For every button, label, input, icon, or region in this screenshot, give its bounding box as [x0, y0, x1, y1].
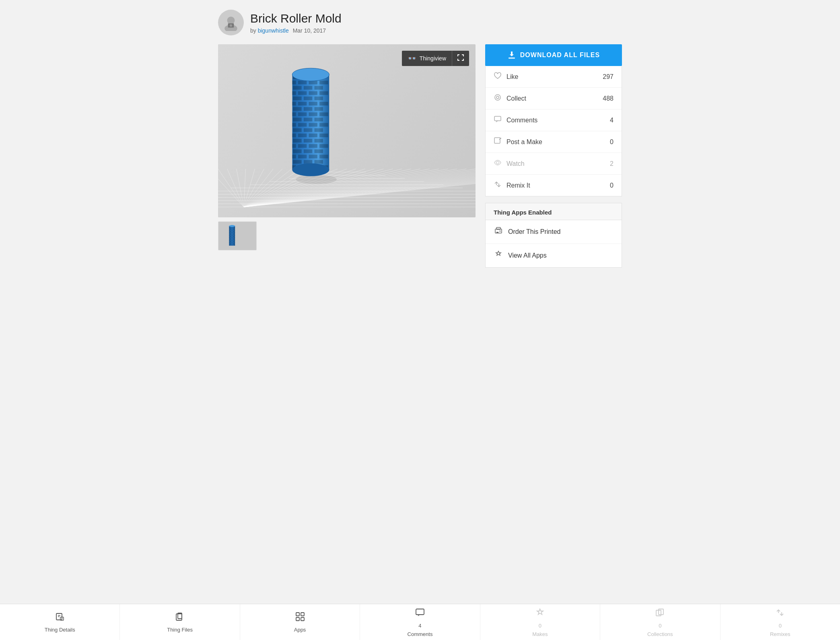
collect-label: Collect [506, 95, 601, 102]
comments-icon [494, 115, 506, 125]
svg-rect-21 [301, 617, 304, 621]
main-image-container: 👓 Thingiview [218, 44, 476, 217]
tab-thing-details[interactable]: Thing Details [0, 604, 120, 640]
avatar [218, 10, 244, 35]
remixes-tab-label: Remixes [770, 631, 791, 637]
glasses-icon: 👓 [408, 54, 416, 63]
apps-heading: Thing Apps Enabled [486, 203, 622, 220]
thingiview-label: Thingiview [420, 55, 446, 62]
collections-tab-label: Collections [647, 631, 673, 637]
action-row-post-make[interactable]: Post a Make 0 [486, 131, 622, 153]
tab-makes[interactable]: 0 Makes [480, 604, 600, 640]
thing-details-tab-label: Thing Details [45, 627, 75, 633]
apps-tab-icon [295, 611, 305, 624]
svg-rect-22 [416, 609, 424, 615]
app-row-order-printed[interactable]: Order This Printed [486, 220, 622, 244]
watch-label: Watch [506, 160, 601, 167]
bottom-tabs: Thing Details Thing Files Apps 4 Comment… [0, 604, 840, 640]
svg-point-6 [496, 96, 499, 99]
right-column: DOWNLOAD ALL FILES Like 297 Collect 488 … [485, 44, 622, 268]
header-text: Brick Roller Mold by bigunwhistle Mar 10… [250, 11, 342, 34]
svg-point-5 [495, 95, 500, 100]
tab-badge-remixes: 0 [779, 623, 782, 629]
thingiview-bar[interactable]: 👓 Thingiview [402, 51, 469, 66]
view-all-apps-icon [494, 250, 508, 262]
apps-tab-label: Apps [294, 627, 306, 633]
thingiview-button[interactable]: 👓 Thingiview [402, 51, 452, 66]
remixes-tab-icon [775, 607, 785, 620]
svg-rect-7 [494, 116, 501, 121]
collections-tab-icon [655, 607, 665, 620]
post-make-icon [494, 137, 506, 147]
like-label: Like [506, 73, 601, 81]
tab-remixes[interactable]: 0 Remixes [721, 604, 840, 640]
tab-thing-files[interactable]: Thing Files [120, 604, 240, 640]
app-row-view-all-apps[interactable]: View All Apps [486, 244, 622, 267]
byline: by bigunwhistle Mar 10, 2017 [250, 27, 342, 34]
svg-rect-12 [496, 232, 498, 233]
action-row-collect[interactable]: Collect 488 [486, 88, 622, 109]
main-content: 👓 Thingiview [218, 44, 622, 268]
svg-point-9 [496, 161, 499, 164]
model-viewer[interactable] [218, 44, 476, 217]
tab-badge-makes: 0 [539, 623, 541, 629]
thing-files-tab-icon [175, 611, 185, 624]
makes-tab-label: Makes [532, 631, 548, 637]
download-btn-label: DOWNLOAD ALL FILES [520, 52, 600, 59]
date-text: Mar 10, 2017 [293, 27, 326, 34]
remix-label: Remix It [506, 182, 601, 189]
svg-point-0 [227, 17, 235, 24]
apps-card: Thing Apps Enabled Order This Printed Vi… [485, 203, 622, 268]
view-all-apps-label: View All Apps [508, 252, 547, 259]
order-printed-label: Order This Printed [508, 228, 560, 235]
tab-badge-collections: 0 [659, 623, 661, 629]
thumbnails [218, 221, 476, 250]
tab-apps[interactable]: Apps [240, 604, 360, 640]
svg-rect-16 [176, 614, 182, 620]
tab-badge-comments-tab: 4 [418, 623, 421, 629]
svg-rect-20 [296, 617, 299, 621]
like-count: 297 [601, 73, 614, 81]
actions-card: Like 297 Collect 488 Comments 4 Post a M… [485, 66, 622, 196]
post-make-label: Post a Make [506, 138, 601, 146]
svg-rect-4 [509, 58, 515, 59]
thing-title: Brick Roller Mold [250, 11, 342, 26]
comments-tab-tab-label: Comments [408, 631, 433, 637]
left-column: 👓 Thingiview [218, 44, 476, 250]
comments-tab-tab-icon [415, 607, 425, 620]
makes-tab-icon [535, 607, 545, 620]
svg-point-3 [230, 24, 232, 27]
action-row-remix[interactable]: Remix It 0 [486, 175, 622, 196]
svg-rect-18 [296, 613, 299, 616]
action-row-like[interactable]: Like 297 [486, 66, 622, 88]
collect-count: 488 [601, 95, 614, 102]
tab-comments-tab[interactable]: 4 Comments [360, 604, 480, 640]
comments-count: 4 [601, 117, 614, 124]
svg-point-13 [500, 231, 501, 232]
watch-count: 2 [601, 160, 614, 167]
remix-icon [494, 180, 506, 190]
download-all-files-button[interactable]: DOWNLOAD ALL FILES [485, 44, 622, 66]
svg-rect-19 [301, 613, 304, 616]
collect-icon [494, 93, 506, 103]
order-printed-icon [494, 226, 508, 238]
thing-details-tab-icon [55, 611, 65, 624]
by-text: by [250, 27, 256, 34]
watch-icon [494, 159, 506, 169]
remix-count: 0 [601, 182, 614, 189]
fullscreen-button[interactable] [452, 51, 469, 66]
svg-rect-8 [494, 138, 500, 143]
svg-rect-11 [496, 227, 500, 229]
thumbnail-1[interactable] [218, 221, 257, 250]
action-row-comments[interactable]: Comments 4 [486, 109, 622, 131]
page-header: Brick Roller Mold by bigunwhistle Mar 10… [218, 10, 622, 35]
tab-collections[interactable]: 0 Collections [600, 604, 720, 640]
action-row-watch[interactable]: Watch 2 [486, 153, 622, 175]
like-icon [494, 72, 506, 82]
author-link[interactable]: bigunwhistle [258, 27, 289, 34]
thing-files-tab-label: Thing Files [167, 627, 193, 633]
post-make-count: 0 [601, 138, 614, 146]
comments-label: Comments [506, 117, 601, 124]
